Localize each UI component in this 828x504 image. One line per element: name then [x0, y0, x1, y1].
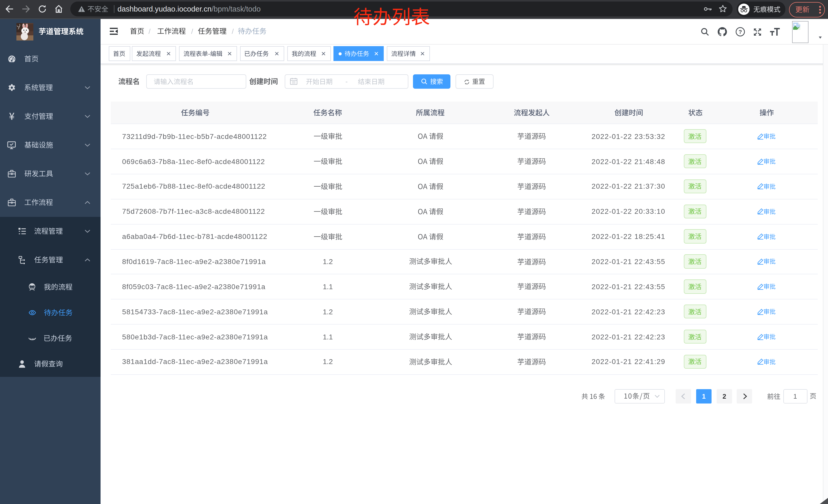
svg-text:?: ?: [739, 29, 742, 35]
